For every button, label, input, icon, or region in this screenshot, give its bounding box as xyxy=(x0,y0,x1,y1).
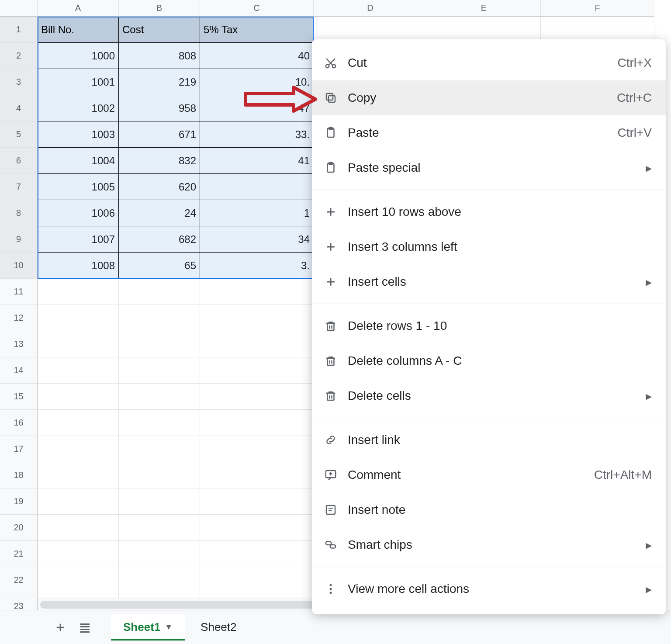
row-header-2[interactable]: 2 xyxy=(0,43,38,69)
cell-A22[interactable] xyxy=(38,567,119,593)
cell-C14[interactable] xyxy=(200,357,314,384)
cell-A17[interactable] xyxy=(38,436,119,462)
cell-C11[interactable] xyxy=(200,279,314,305)
cell-B6[interactable]: 832 xyxy=(119,148,200,174)
cell-A16[interactable] xyxy=(38,410,119,436)
cell-C19[interactable] xyxy=(200,488,314,515)
cell-C15[interactable] xyxy=(200,384,314,410)
cell-A5[interactable]: 1003 xyxy=(38,121,119,148)
select-all-corner[interactable] xyxy=(0,0,38,17)
row-header-15[interactable]: 15 xyxy=(0,384,38,410)
cell-C20[interactable] xyxy=(200,515,314,541)
cell-B17[interactable] xyxy=(119,436,200,462)
cell-C6[interactable]: 41 xyxy=(200,148,314,174)
cell-A10[interactable]: 1008 xyxy=(38,253,119,279)
cell-E1[interactable] xyxy=(427,17,541,43)
cell-A1[interactable]: Bill No. xyxy=(38,17,119,43)
cell-B2[interactable]: 808 xyxy=(119,43,200,69)
cell-D1[interactable] xyxy=(314,17,427,43)
cell-B12[interactable] xyxy=(119,305,200,331)
context-menu-item-insert-cells[interactable]: Insert cells▸ xyxy=(312,264,666,299)
cell-C13[interactable] xyxy=(200,331,314,357)
cell-C5[interactable]: 33. xyxy=(200,121,314,148)
cell-A20[interactable] xyxy=(38,515,119,541)
cell-B21[interactable] xyxy=(119,541,200,567)
cell-A11[interactable] xyxy=(38,279,119,305)
cell-C17[interactable] xyxy=(200,436,314,462)
cell-B9[interactable]: 682 xyxy=(119,226,200,253)
cell-C7[interactable] xyxy=(200,174,314,200)
row-header-21[interactable]: 21 xyxy=(0,541,38,567)
cell-B16[interactable] xyxy=(119,410,200,436)
cell-A3[interactable]: 1001 xyxy=(38,69,119,95)
column-header-A[interactable]: A xyxy=(38,0,119,17)
row-header-14[interactable]: 14 xyxy=(0,357,38,384)
cell-A18[interactable] xyxy=(38,462,119,488)
context-menu-item-comment[interactable]: CommentCtrl+Alt+M xyxy=(312,457,666,492)
context-menu-item-insert-3-columns-left[interactable]: Insert 3 columns left xyxy=(312,229,666,264)
cell-A15[interactable] xyxy=(38,384,119,410)
context-menu-item-view-more-cell-actions[interactable]: View more cell actions▸ xyxy=(312,571,666,606)
cell-B4[interactable]: 958 xyxy=(119,95,200,121)
context-menu-item-insert-link[interactable]: Insert link xyxy=(312,422,666,457)
row-header-8[interactable]: 8 xyxy=(0,200,38,226)
context-menu-item-paste-special[interactable]: Paste special▸ xyxy=(312,150,666,185)
row-header-18[interactable]: 18 xyxy=(0,462,38,488)
row-header-5[interactable]: 5 xyxy=(0,121,38,148)
cell-A19[interactable] xyxy=(38,488,119,515)
cell-B20[interactable] xyxy=(119,515,200,541)
column-header-C[interactable]: C xyxy=(200,0,314,17)
cell-B11[interactable] xyxy=(119,279,200,305)
column-header-F[interactable]: F xyxy=(541,0,654,17)
column-header-D[interactable]: D xyxy=(314,0,427,17)
cell-C16[interactable] xyxy=(200,410,314,436)
cell-A7[interactable]: 1005 xyxy=(38,174,119,200)
row-header-17[interactable]: 17 xyxy=(0,436,38,462)
cell-A12[interactable] xyxy=(38,305,119,331)
context-menu-item-delete-cells[interactable]: Delete cells▸ xyxy=(312,378,666,413)
cell-B15[interactable] xyxy=(119,384,200,410)
context-menu-item-cut[interactable]: CutCtrl+X xyxy=(312,45,666,80)
context-menu-item-insert-10-rows-above[interactable]: Insert 10 rows above xyxy=(312,194,666,229)
cell-A14[interactable] xyxy=(38,357,119,384)
context-menu-item-delete-rows-1-10[interactable]: Delete rows 1 - 10 xyxy=(312,308,666,343)
row-header-23[interactable]: 23 xyxy=(0,593,38,610)
row-header-20[interactable]: 20 xyxy=(0,515,38,541)
row-header-22[interactable]: 22 xyxy=(0,567,38,593)
column-header-B[interactable]: B xyxy=(119,0,200,17)
cell-C8[interactable]: 1 xyxy=(200,200,314,226)
context-menu-item-smart-chips[interactable]: Smart chips▸ xyxy=(312,527,666,562)
row-header-16[interactable]: 16 xyxy=(0,410,38,436)
column-header-E[interactable]: E xyxy=(427,0,541,17)
cell-B10[interactable]: 65 xyxy=(119,253,200,279)
row-header-3[interactable]: 3 xyxy=(0,69,38,95)
cell-B7[interactable]: 620 xyxy=(119,174,200,200)
cell-B18[interactable] xyxy=(119,462,200,488)
row-header-11[interactable]: 11 xyxy=(0,279,38,305)
cell-A4[interactable]: 1002 xyxy=(38,95,119,121)
context-menu-item-copy[interactable]: CopyCtrl+C xyxy=(312,80,666,115)
row-header-12[interactable]: 12 xyxy=(0,305,38,331)
sheet-tab-dropdown-icon[interactable]: ▼ xyxy=(165,623,173,632)
cell-B8[interactable]: 24 xyxy=(119,200,200,226)
cell-F1[interactable] xyxy=(541,17,654,43)
context-menu-item-paste[interactable]: PasteCtrl+V xyxy=(312,115,666,150)
cell-A13[interactable] xyxy=(38,331,119,357)
cell-C2[interactable]: 40 xyxy=(200,43,314,69)
add-sheet-button[interactable]: + xyxy=(48,615,73,640)
cell-C22[interactable] xyxy=(200,567,314,593)
cell-B1[interactable]: Cost xyxy=(119,17,200,43)
cell-C4[interactable]: 47 xyxy=(200,95,314,121)
cell-C21[interactable] xyxy=(200,541,314,567)
cell-A8[interactable]: 1006 xyxy=(38,200,119,226)
row-header-4[interactable]: 4 xyxy=(0,95,38,121)
cell-C10[interactable]: 3. xyxy=(200,253,314,279)
cell-B14[interactable] xyxy=(119,357,200,384)
row-header-13[interactable]: 13 xyxy=(0,331,38,357)
cell-B3[interactable]: 219 xyxy=(119,69,200,95)
row-header-1[interactable]: 1 xyxy=(0,17,38,43)
cell-C3[interactable]: 10. xyxy=(200,69,314,95)
cell-B5[interactable]: 671 xyxy=(119,121,200,148)
row-header-9[interactable]: 9 xyxy=(0,226,38,253)
cell-C1[interactable]: 5% Tax xyxy=(200,17,314,43)
